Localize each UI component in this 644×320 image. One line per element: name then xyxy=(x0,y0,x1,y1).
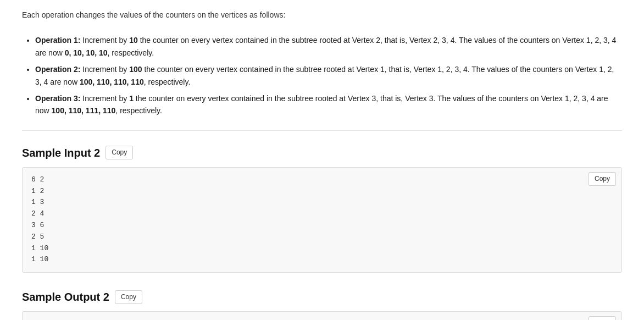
op2-bold2: 100, 110, 110, 110 xyxy=(80,78,144,86)
operation-3: Operation 3: Increment by 1 the counter … xyxy=(35,92,622,117)
op2-text: Increment by xyxy=(80,65,129,74)
sample-input-2-copy-button[interactable]: Copy xyxy=(106,146,133,159)
sample-input-2-header: Sample Input 2 Copy xyxy=(22,144,622,162)
sample-input-2-block: 6 2 1 2 1 3 2 4 3 6 2 5 1 10 1 10 Copy xyxy=(22,167,622,273)
op3-bold2: 100, 110, 111, 110 xyxy=(52,106,116,115)
operations-list: Operation 1: Increment by 10 the counter… xyxy=(22,34,622,117)
sample-output-2-copy-button[interactable]: Copy xyxy=(115,290,142,304)
sample-input-2-title: Sample Input 2 xyxy=(22,144,100,162)
op2-bold1: 100 xyxy=(129,65,142,74)
sample-output-2-header: Sample Output 2 Copy xyxy=(22,288,622,306)
sample-output-2-block: 20 20 20 20 20 20 Copy xyxy=(22,311,622,320)
operation-1: Operation 1: Increment by 10 the counter… xyxy=(35,34,622,59)
sample-input-2-content: 6 2 1 2 1 3 2 4 3 6 2 5 1 10 1 10 xyxy=(31,174,589,266)
op3-label: Operation 3: xyxy=(35,94,80,103)
sample-input-2-code-copy-button[interactable]: Copy xyxy=(589,172,616,186)
sample-output-2-code-copy-button[interactable]: Copy xyxy=(589,316,616,320)
op3-text3: , respectively. xyxy=(115,106,162,115)
section-divider xyxy=(22,130,622,131)
op3-text: Increment by xyxy=(80,94,129,103)
op1-bold2: 0, 10, 10, 10 xyxy=(65,48,108,57)
op1-label: Operation 1: xyxy=(35,36,80,45)
op1-text: Increment by xyxy=(80,36,129,45)
op2-text3: , respectively. xyxy=(144,78,191,86)
operation-2: Operation 2: Increment by 100 the counte… xyxy=(35,63,622,88)
op1-bold1: 10 xyxy=(129,36,138,45)
op3-bold1: 1 xyxy=(129,94,134,103)
op2-label: Operation 2: xyxy=(35,65,80,74)
op1-text3: , respectively. xyxy=(108,48,154,57)
sample-output-2-title: Sample Output 2 xyxy=(22,288,109,306)
intro-text: Each operation changes the values of the… xyxy=(22,9,622,21)
